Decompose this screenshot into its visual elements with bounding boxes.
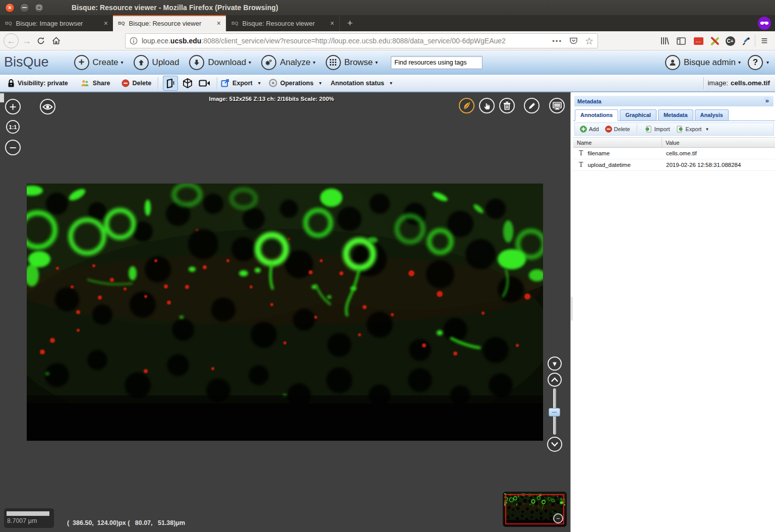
tab-graphical[interactable]: Graphical bbox=[620, 109, 657, 121]
tag-value: 2019-02-26 12:58:31.088284 bbox=[662, 162, 775, 168]
zoom-actual-button[interactable]: 1:1 bbox=[6, 120, 20, 134]
view-2d-button[interactable] bbox=[163, 76, 178, 91]
menu-download[interactable]: Download▾ bbox=[189, 55, 251, 70]
menu-hamburger-icon[interactable]: ≡ bbox=[757, 33, 772, 48]
share-button[interactable]: Share bbox=[93, 80, 110, 87]
view-3d-button[interactable] bbox=[180, 76, 195, 91]
bookmark-star-icon[interactable]: ☆ bbox=[585, 35, 593, 47]
fullscreen-monitor-button[interactable] bbox=[549, 98, 565, 113]
z-play-down-button[interactable]: ▼ bbox=[548, 357, 562, 371]
eye-icon[interactable] bbox=[40, 99, 55, 114]
caret-down-icon: ▾ bbox=[390, 80, 392, 86]
column-header-value[interactable]: Value bbox=[662, 140, 775, 146]
overview-thumbnail[interactable]: − bbox=[503, 492, 567, 527]
caret-down-icon: ▾ bbox=[249, 60, 251, 65]
help-button[interactable]: ? ▾ bbox=[748, 55, 769, 70]
toolbar-separator bbox=[217, 77, 217, 89]
menu-browse[interactable]: Browse▾ bbox=[326, 55, 378, 70]
import-button[interactable]: Import bbox=[641, 125, 673, 134]
back-icon[interactable]: ← bbox=[4, 33, 19, 48]
download-arrow-icon bbox=[189, 55, 204, 70]
adblock-extension-icon[interactable]: ... bbox=[691, 33, 706, 48]
colorzilla-extension-icon[interactable]: C+ bbox=[723, 33, 738, 48]
forward-icon[interactable]: → bbox=[19, 33, 34, 48]
tab-annotations[interactable]: Annotations bbox=[575, 109, 618, 121]
table-row[interactable]: Tfilename cells.ome.tif bbox=[573, 148, 775, 159]
window-maximize-icon[interactable] bbox=[34, 3, 44, 13]
browser-tab-1[interactable]: BQ Bisque: Image browser × bbox=[0, 15, 113, 31]
tab-close-icon[interactable]: × bbox=[217, 19, 221, 27]
home-icon[interactable] bbox=[48, 33, 64, 48]
annotation-status-button[interactable]: Annotation status bbox=[331, 80, 384, 87]
delete-annotation-button[interactable]: Delete bbox=[602, 125, 633, 134]
caret-down-icon: ▾ bbox=[258, 80, 261, 86]
caret-down-icon: ▾ bbox=[319, 80, 322, 86]
delete-minus-icon bbox=[605, 126, 612, 133]
export-button[interactable]: Export bbox=[232, 80, 253, 87]
trash-button[interactable] bbox=[499, 98, 515, 113]
tab-label: Bisque: Resource viewer bbox=[129, 20, 213, 27]
microscopy-image[interactable] bbox=[27, 184, 543, 441]
browser-tab-bar: BQ Bisque: Image browser × BQ Bisque: Re… bbox=[0, 15, 775, 31]
library-icon[interactable] bbox=[657, 33, 672, 48]
tag-search-input[interactable] bbox=[391, 56, 483, 69]
pocket-icon[interactable] bbox=[569, 37, 578, 45]
content-area: Image: 512x256 Z:13 ch: 2/16bits Scale: … bbox=[0, 92, 775, 532]
window-close-icon[interactable]: × bbox=[5, 3, 15, 13]
tab-analysis[interactable]: Analysis bbox=[695, 109, 729, 121]
x-extension-icon[interactable] bbox=[707, 33, 722, 48]
z-down-button[interactable] bbox=[547, 437, 562, 452]
page-actions-icon[interactable]: ••• bbox=[552, 37, 562, 45]
url-bar[interactable]: loup.ece.ucsb.edu:8088/client_service/vi… bbox=[125, 33, 598, 48]
user-menu[interactable]: Bisque admin▾ bbox=[665, 55, 741, 70]
menu-analyze[interactable]: Analyze▾ bbox=[261, 55, 316, 70]
menu-create[interactable]: + Create▾ bbox=[74, 55, 124, 70]
panel-header: Metadata » bbox=[574, 96, 773, 106]
bisque-logo[interactable]: BisQue bbox=[4, 54, 49, 70]
scalebar-label: 8.7007 μm bbox=[7, 517, 54, 524]
edit-pencil-button[interactable] bbox=[524, 98, 540, 113]
table-row[interactable]: Tupload_datetime 2019-02-26 12:58:31.088… bbox=[573, 159, 775, 171]
menu-upload[interactable]: Upload bbox=[134, 55, 180, 70]
delete-icon bbox=[122, 79, 130, 87]
delete-button[interactable]: Delete bbox=[133, 80, 152, 87]
column-header-name[interactable]: Name bbox=[573, 138, 662, 147]
window-minimize-icon[interactable] bbox=[20, 3, 29, 13]
zoom-out-button[interactable]: − bbox=[5, 140, 21, 155]
scalebar: 8.7007 μm bbox=[4, 508, 54, 528]
browser-tab-2-active[interactable]: BQ Bisque: Resource viewer × bbox=[113, 15, 226, 31]
window-titlebar: × Bisque: Resource viewer - Mozilla Fire… bbox=[0, 0, 775, 15]
thumbnail-collapse-button[interactable]: − bbox=[553, 513, 563, 523]
select-hand-button[interactable] bbox=[479, 98, 495, 113]
tab-close-icon[interactable]: × bbox=[330, 19, 334, 27]
tab-metadata[interactable]: Metadata bbox=[658, 109, 693, 121]
browser-tab-3[interactable]: BQ Bisque: Resource viewer × bbox=[226, 15, 339, 31]
tag-value: cells.ome.tif bbox=[662, 150, 775, 156]
reload-icon[interactable] bbox=[33, 33, 48, 48]
zoom-in-button[interactable]: + bbox=[5, 99, 21, 114]
add-plus-icon bbox=[580, 126, 587, 133]
tab-close-icon[interactable]: × bbox=[104, 19, 108, 27]
caret-down-icon: ▾ bbox=[375, 60, 378, 65]
splitter-collapse-handle[interactable] bbox=[571, 297, 573, 321]
tab-favicon: BQ bbox=[118, 21, 125, 26]
eyedropper-icon[interactable] bbox=[738, 33, 753, 48]
add-button[interactable]: Add bbox=[577, 125, 602, 134]
z-up-button[interactable] bbox=[548, 373, 562, 387]
z-slider-handle[interactable] bbox=[549, 408, 560, 417]
image-viewer: Image: 512x256 Z:13 ch: 2/16bits Scale: … bbox=[0, 92, 570, 532]
new-tab-button[interactable]: + bbox=[339, 15, 360, 31]
plus-circle-icon: + bbox=[74, 55, 89, 70]
panel-collapse-icon[interactable]: » bbox=[764, 97, 770, 105]
caret-down-icon: ▾ bbox=[313, 60, 316, 65]
caret-down-icon: ▾ bbox=[738, 60, 741, 65]
operations-button[interactable]: Operations bbox=[280, 80, 314, 87]
export-annotations-button[interactable]: Export ▾ bbox=[673, 125, 711, 134]
sidebar-toggle-icon[interactable] bbox=[674, 33, 689, 48]
export-icon bbox=[676, 126, 684, 133]
site-info-icon[interactable] bbox=[130, 37, 138, 45]
navigate-compass-button-active[interactable] bbox=[459, 98, 474, 113]
panel-title: Metadata bbox=[577, 98, 602, 104]
view-movie-button[interactable] bbox=[197, 76, 212, 91]
caret-down-icon: ▾ bbox=[121, 60, 124, 65]
